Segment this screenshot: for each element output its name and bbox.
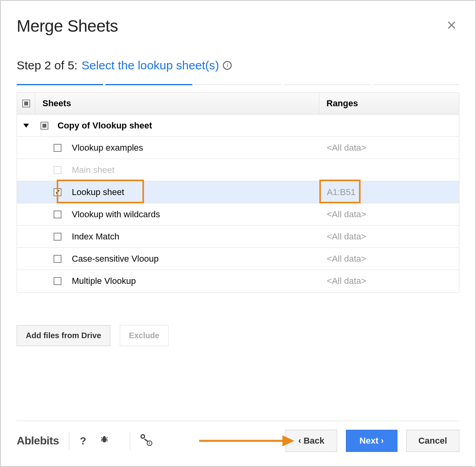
sheet-row[interactable]: Main sheet	[17, 159, 459, 181]
sheet-row[interactable]: Lookup sheetA1:B51	[17, 181, 459, 203]
chevron-down-icon	[23, 124, 29, 128]
sheet-row[interactable]: Multiple Vlookup<All data>	[17, 270, 459, 292]
sheet-row[interactable]: Vlookup with wildcards<All data>	[17, 203, 459, 226]
sheet-row[interactable]: Case-sensitive Vlooup<All data>	[17, 248, 459, 270]
chevron-right-icon: ›	[381, 436, 384, 446]
sheet-range[interactable]: <All data>	[319, 248, 459, 270]
sheet-range[interactable]: <All data>	[319, 204, 459, 225]
sheet-row[interactable]: Index Match<All data>	[17, 226, 459, 248]
help-icon[interactable]: ?	[80, 435, 86, 447]
expand-toggle[interactable]	[17, 124, 35, 128]
back-button[interactable]: ‹Back	[286, 430, 337, 452]
exclude-button[interactable]: Exclude	[120, 325, 169, 346]
sheet-name: Vlookup with wildcards	[68, 204, 319, 225]
step-label: Select the lookup sheet(s)	[81, 59, 219, 72]
sheet-checkbox[interactable]	[38, 211, 68, 218]
sheet-checkbox[interactable]	[38, 277, 68, 285]
sheet-checkbox[interactable]	[38, 144, 68, 152]
svg-point-1	[103, 436, 106, 438]
step-prefix: Step 2 of 5:	[17, 59, 77, 72]
sheet-checkbox[interactable]	[38, 188, 68, 196]
sheet-name: Case-sensitive Vlooup	[68, 248, 319, 270]
sheet-range[interactable]: <All data>	[319, 137, 459, 159]
divider	[69, 432, 69, 450]
add-files-from-drive-button[interactable]: Add files from Drive	[17, 325, 110, 346]
key-info-icon[interactable]: i	[140, 434, 152, 448]
group-range	[319, 120, 459, 131]
group-checkbox[interactable]	[35, 122, 54, 130]
sheet-range[interactable]: <All data>	[319, 270, 459, 292]
progress-bar	[17, 84, 459, 85]
chevron-left-icon: ‹	[298, 436, 301, 446]
info-icon[interactable]: i	[223, 61, 232, 70]
sheet-range[interactable]: <All data>	[319, 226, 459, 247]
column-header-sheets: Sheets	[35, 93, 319, 114]
sheet-name: Vlookup examples	[68, 137, 319, 159]
sheet-row[interactable]: Vlookup examples<All data>	[17, 137, 459, 159]
sheet-checkbox	[38, 166, 68, 174]
select-all-checkbox[interactable]	[17, 93, 35, 114]
spreadsheet-group-row[interactable]: Copy of Vlookup sheet	[17, 115, 459, 137]
dialog-title: Merge Sheets	[17, 17, 118, 36]
sheet-name: Multiple Vlookup	[68, 270, 319, 292]
cancel-button[interactable]: Cancel	[406, 430, 459, 452]
sheet-name: Index Match	[68, 226, 319, 247]
column-header-ranges: Ranges	[319, 93, 459, 114]
sheet-name: Lookup sheet	[68, 182, 319, 203]
sheet-checkbox[interactable]	[38, 255, 68, 263]
group-name: Copy of Vlookup sheet	[54, 115, 319, 136]
step-heading: Step 2 of 5: Select the lookup sheet(s) …	[17, 59, 459, 72]
sheet-checkbox[interactable]	[38, 233, 68, 241]
sheets-table: Sheets Ranges Copy of Vlookup sheet Vloo…	[17, 92, 459, 293]
sheet-range[interactable]: A1:B51	[319, 182, 459, 203]
divider	[130, 432, 130, 450]
next-button[interactable]: Next›	[346, 430, 397, 452]
bug-icon[interactable]	[96, 435, 109, 447]
brand-logo: Ablebits	[17, 434, 59, 447]
sheet-range	[319, 165, 459, 176]
close-icon[interactable]: ✕	[444, 17, 459, 34]
sheet-name: Main sheet	[68, 159, 319, 181]
